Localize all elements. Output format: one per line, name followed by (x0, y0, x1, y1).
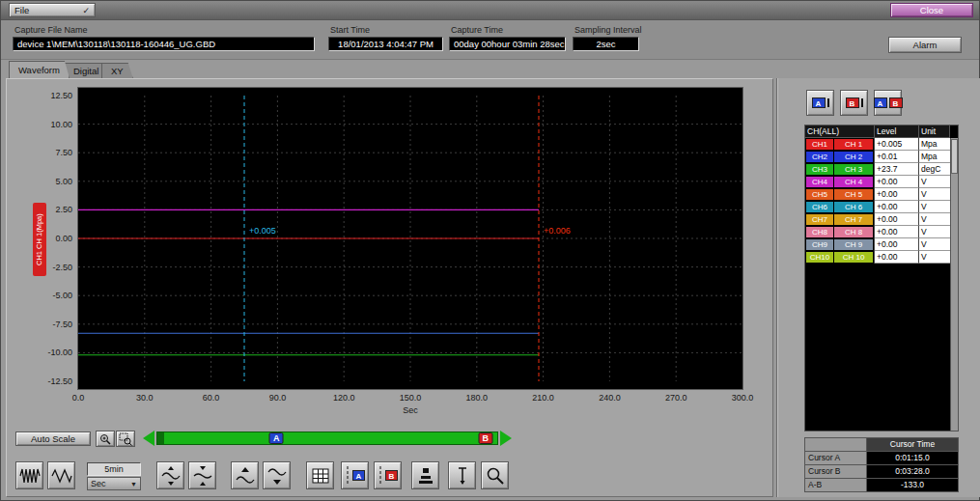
y-tick-label: 0.00 (55, 234, 72, 243)
magnifier-area-icon (119, 432, 132, 446)
cursor-ab-display-button[interactable]: A B (874, 90, 902, 116)
time-compress-button[interactable] (15, 461, 43, 489)
stamp-button[interactable] (411, 461, 439, 489)
scroll-left-arrow[interactable] (143, 431, 154, 446)
file-button[interactable]: File ✓ (9, 3, 96, 17)
dropdown-arrow-icon: ▼ (130, 478, 137, 489)
position-up-button[interactable] (231, 461, 259, 489)
scrollbar-marker-b[interactable]: B (478, 432, 492, 444)
channel-name-badge: CH 4 (834, 177, 873, 187)
channel-id-badge: CH5 (806, 189, 833, 200)
channel-unit-value: V (919, 226, 950, 238)
cursor-b-value-label: +0.006 (544, 226, 571, 236)
close-button[interactable]: Close (890, 3, 973, 17)
time-unit-select[interactable]: Sec ▼ (87, 477, 141, 490)
cursor-time-header-spacer (805, 438, 867, 452)
waveform-chart[interactable]: +0.005+0.006 (77, 87, 743, 390)
scrollbar-thumb[interactable] (951, 139, 958, 174)
waveform-plot-svg (78, 96, 742, 381)
time-unit-value: Sec (91, 478, 106, 489)
channel-row[interactable]: CH2CH 2+0.01Mpa (805, 151, 958, 163)
channel-column-header[interactable]: CH(ALL) (805, 125, 875, 138)
channel-level-value: +23.7 (875, 163, 919, 176)
y-tick-label: -12.50 (47, 376, 72, 386)
capture-file-field-group: Capture File Name device 1\MEM\130118\13… (13, 20, 315, 59)
channel-row[interactable]: CH10CH 10+0.00V (805, 251, 958, 264)
start-time-field-group: Start Time 18/01/2013 4:04:47 PM (328, 20, 443, 59)
y-tick-label: -10.00 (47, 348, 72, 357)
channel-id-badge: CH2 (806, 152, 833, 162)
channel-id-cell: CH1CH 1 (805, 138, 875, 151)
waveform-scrollbar: A B (143, 431, 512, 446)
channel-id-cell: CH7CH 7 (805, 213, 875, 226)
channel-level-value: +0.00 (875, 201, 919, 213)
channel-id-cell: CH5CH 5 (805, 188, 875, 201)
scroll-right-arrow[interactable] (500, 431, 512, 446)
channel-id-badge: CH6 (806, 202, 833, 212)
channel-row[interactable]: CH1CH 1+0.005Mpa (805, 138, 958, 151)
channel-unit-value: V (919, 213, 950, 226)
channel-row[interactable]: CH5CH 5+0.00V (805, 188, 958, 201)
cursor-b-button[interactable]: B (374, 461, 402, 489)
amplitude-expand-button[interactable] (156, 461, 184, 489)
y-tick-label: 2.50 (55, 205, 72, 214)
cursor-line-icon (378, 466, 384, 486)
capture-viewer-window: File ✓ Close Capture File Name device 1\… (0, 0, 980, 501)
cursor-b-display-button[interactable]: B (840, 90, 868, 116)
channel-level-value: +0.005 (875, 138, 919, 151)
unit-column-header: Unit (919, 125, 950, 138)
start-time-value: 18/01/2013 4:04:47 PM (328, 37, 443, 51)
channel-id-cell: CH6CH 6 (805, 201, 875, 213)
position-down-button[interactable] (263, 461, 291, 489)
scrollbar-marker-a[interactable]: A (269, 432, 284, 444)
channel-row[interactable]: CH4CH 4+0.00V (805, 176, 958, 188)
channel-row[interactable]: CH6CH 6+0.00V (805, 201, 958, 213)
channel-row[interactable]: CH7CH 7+0.00V (805, 213, 958, 226)
channel-row[interactable]: CH9CH 9+0.00V (805, 238, 958, 251)
sampling-interval-label: Sampling Interval (574, 25, 642, 35)
tab-waveform[interactable]: Waveform (9, 61, 70, 78)
amplitude-compress-button[interactable] (188, 461, 216, 489)
zoom-button[interactable] (481, 461, 509, 489)
time-expand-button[interactable] (47, 461, 75, 489)
auto-scale-button[interactable]: Auto Scale (15, 431, 91, 446)
channel-level-table: CH(ALL) Level Unit CH1CH 1+0.005MpaCH2CH… (804, 125, 959, 431)
scrollbar-track[interactable]: A B (156, 431, 498, 445)
time-range-select[interactable]: 5min (87, 462, 141, 476)
channel-unit-value: V (919, 201, 950, 213)
zoom-in-small-button[interactable] (96, 431, 115, 447)
channel-id-badge: CH9 (806, 239, 833, 250)
cursor-time-row-label: Cursor A (805, 452, 867, 465)
channel-row[interactable]: CH3CH 3+23.7degC (805, 163, 958, 176)
channel-row[interactable]: CH8CH 8+0.00V (805, 226, 958, 238)
alarm-button[interactable]: Alarm (888, 37, 962, 53)
sampling-interval-value: 2sec (573, 37, 639, 51)
channel-id-badge: CH8 (806, 227, 833, 237)
channel-id-cell: CH3CH 3 (805, 163, 875, 176)
tab-xy[interactable]: XY (101, 63, 133, 78)
header-fields-row: Capture File Name device 1\MEM\130118\13… (1, 20, 979, 60)
channel-level-value: +0.01 (875, 151, 919, 163)
cursor-a-display-button[interactable]: A (806, 90, 834, 116)
channel-unit-value: V (919, 188, 950, 201)
zoom-area-small-button[interactable] (116, 431, 135, 447)
channel-name-badge: CH 6 (834, 202, 873, 212)
x-tick-label: 90.0 (269, 393, 287, 403)
cursor-stem-icon (827, 98, 829, 107)
cursor-move-button[interactable] (448, 461, 476, 489)
channel-level-value: +0.00 (875, 213, 919, 226)
y-axis-ticks: 12.5010.007.505.002.500.00-2.50-5.00-7.5… (28, 96, 74, 381)
y-tick-label: 7.50 (55, 148, 72, 157)
channel-name-badge: CH 5 (834, 189, 873, 200)
cursor-a-button[interactable]: A (341, 461, 369, 489)
channel-id-badge: CH7 (806, 214, 833, 225)
channel-table-scrollbar[interactable] (950, 138, 958, 431)
capture-file-name-value: device 1\MEM\130118\130118-160446_UG.GBD (13, 37, 315, 51)
channel-unit-value: V (919, 251, 950, 264)
x-tick-label: 240.0 (599, 393, 621, 403)
top-bar: File ✓ Close (1, 1, 979, 20)
waveform-panel: CH1 CH 1(Mpa) 12.5010.007.505.002.500.00… (6, 78, 773, 497)
cursor-time-row-value: 0:01:15.0 (867, 452, 958, 465)
y-tick-label: 12.50 (50, 91, 72, 100)
digital-grid-button[interactable] (306, 461, 334, 489)
